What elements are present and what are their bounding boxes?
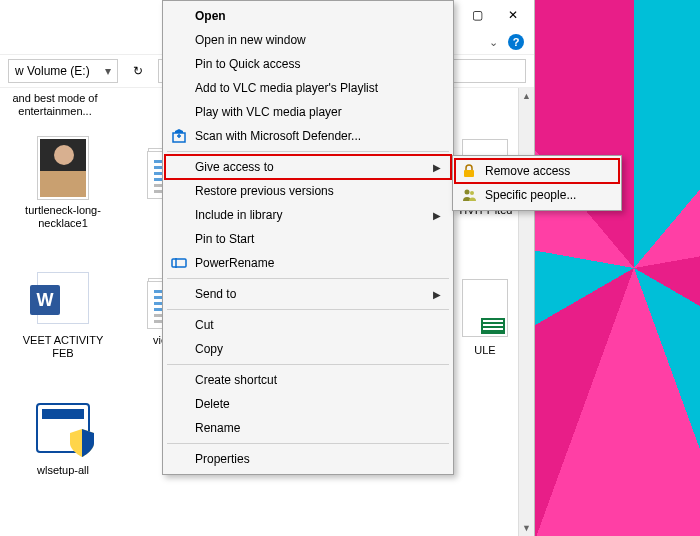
file-label: and best mode of entertainmen... xyxy=(10,92,100,118)
file-item[interactable]: W VEET ACTIVITY FEB xyxy=(18,266,108,360)
desktop-wallpaper xyxy=(535,0,700,536)
scroll-up-icon[interactable]: ▲ xyxy=(519,88,534,104)
menu-create-shortcut[interactable]: Create shortcut xyxy=(165,368,451,392)
uac-shield-icon xyxy=(70,429,94,457)
menu-rename[interactable]: Rename xyxy=(165,416,451,440)
menu-separator xyxy=(167,443,449,444)
menu-properties[interactable]: Properties xyxy=(165,447,451,471)
excel-doc-icon xyxy=(462,279,508,337)
submenu-arrow-icon: ▶ xyxy=(433,289,441,300)
menu-copy[interactable]: Copy xyxy=(165,337,451,361)
chevron-down-icon[interactable]: ⌄ xyxy=(489,36,498,49)
address-dropdown-icon[interactable]: ▾ xyxy=(105,64,111,78)
menu-separator xyxy=(167,309,449,310)
submenu-specific-people[interactable]: Specific people... xyxy=(455,183,619,207)
give-access-submenu: Remove access Specific people... xyxy=(452,155,622,211)
submenu-remove-access[interactable]: Remove access xyxy=(455,159,619,183)
menu-send-to[interactable]: Send to ▶ xyxy=(165,282,451,306)
scroll-down-icon[interactable]: ▼ xyxy=(519,520,534,536)
image-thumb-icon xyxy=(38,137,88,199)
context-menu: Open Open in new window Pin to Quick acc… xyxy=(162,0,454,475)
menu-add-vlc-playlist[interactable]: Add to VLC media player's Playlist xyxy=(165,76,451,100)
word-doc-icon: W xyxy=(37,272,89,324)
menu-restore-previous[interactable]: Restore previous versions xyxy=(165,179,451,203)
menu-open[interactable]: Open xyxy=(165,4,451,28)
menu-pin-start[interactable]: Pin to Start xyxy=(165,227,451,251)
menu-include-library[interactable]: Include in library ▶ xyxy=(165,203,451,227)
menu-cut[interactable]: Cut xyxy=(165,313,451,337)
exe-icon xyxy=(36,403,90,453)
file-label: VEET ACTIVITY FEB xyxy=(18,334,108,360)
svg-rect-1 xyxy=(172,259,186,267)
defender-shield-icon xyxy=(171,128,187,144)
close-button[interactable]: ✕ xyxy=(496,3,530,27)
menu-separator xyxy=(167,364,449,365)
file-item[interactable]: wlsetup-all xyxy=(18,396,108,477)
lock-icon xyxy=(461,163,477,179)
svg-point-5 xyxy=(470,191,474,195)
maximize-button[interactable]: ▢ xyxy=(460,3,494,27)
address-field[interactable]: w Volume (E:) ▾ xyxy=(8,59,118,83)
file-item[interactable]: turtleneck-long-necklace1 xyxy=(18,136,108,230)
submenu-arrow-icon: ▶ xyxy=(433,210,441,221)
menu-separator xyxy=(167,151,449,152)
path-text: w Volume (E:) xyxy=(15,64,90,78)
file-label: wlsetup-all xyxy=(37,464,89,477)
menu-separator xyxy=(167,278,449,279)
file-label: ULE xyxy=(474,344,495,357)
menu-play-vlc[interactable]: Play with VLC media player xyxy=(165,100,451,124)
people-icon xyxy=(461,187,477,203)
menu-delete[interactable]: Delete xyxy=(165,392,451,416)
refresh-button[interactable]: ↻ xyxy=(126,59,150,83)
svg-point-4 xyxy=(465,190,470,195)
file-item[interactable]: and best mode of entertainmen... xyxy=(10,92,100,118)
svg-rect-3 xyxy=(464,170,474,177)
power-rename-icon xyxy=(171,255,187,271)
file-label: turtleneck-long-necklace1 xyxy=(18,204,108,230)
file-item[interactable]: ULE xyxy=(450,276,520,357)
menu-power-rename[interactable]: PowerRename xyxy=(165,251,451,275)
menu-scan-defender[interactable]: Scan with Microsoft Defender... xyxy=(165,124,451,148)
menu-open-new-window[interactable]: Open in new window xyxy=(165,28,451,52)
help-icon[interactable]: ? xyxy=(508,34,524,50)
menu-give-access-to[interactable]: Give access to ▶ xyxy=(165,155,451,179)
submenu-arrow-icon: ▶ xyxy=(433,162,441,173)
menu-pin-quick-access[interactable]: Pin to Quick access xyxy=(165,52,451,76)
